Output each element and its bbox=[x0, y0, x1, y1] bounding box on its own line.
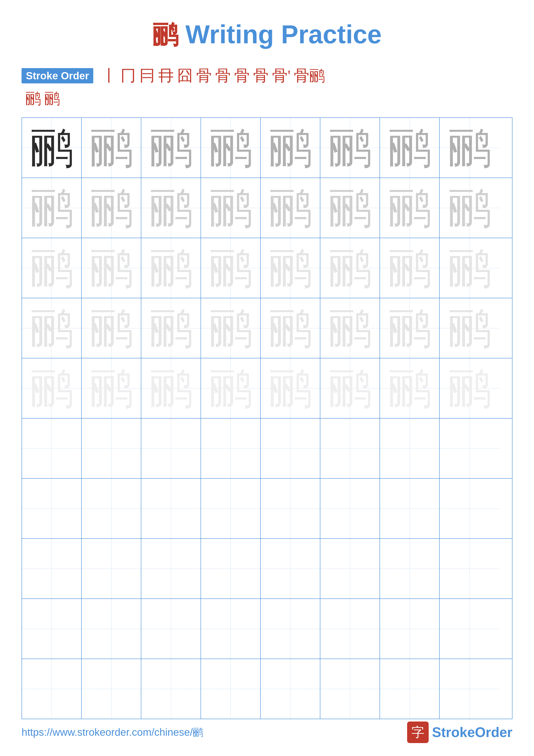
cell-10-8 bbox=[440, 659, 499, 719]
cell-7-2 bbox=[82, 479, 141, 538]
cell-8-1 bbox=[22, 539, 82, 599]
stroke-12: 鹂 bbox=[25, 88, 41, 109]
grid-row-5: 鹂 鹂 鹂 鹂 鹂 鹂 鹂 鹂 bbox=[22, 358, 512, 418]
cell-4-5: 鹂 bbox=[261, 298, 320, 358]
stroke-6: 骨 bbox=[196, 65, 212, 86]
stroke-7: 骨 bbox=[215, 65, 231, 86]
stroke-chars-row: 丨 冂 冃 冄 囧 骨 骨 骨 骨 骨' 骨鹂 bbox=[100, 65, 327, 86]
cell-9-5 bbox=[261, 599, 320, 659]
grid-row-10 bbox=[22, 659, 512, 719]
stroke-11: 骨鹂 bbox=[294, 65, 325, 86]
cell-3-8: 鹂 bbox=[440, 238, 499, 298]
cell-2-2: 鹂 bbox=[82, 178, 141, 238]
stroke-order-section: Stroke Order 丨 冂 冃 冄 囧 骨 骨 骨 骨 骨' 骨鹂 鹂 鹂 bbox=[0, 65, 534, 109]
stroke-order-badge: Stroke Order bbox=[21, 68, 93, 83]
cell-6-7 bbox=[380, 418, 440, 478]
title-char: 鹂 bbox=[152, 20, 178, 49]
cell-2-3: 鹂 bbox=[141, 178, 201, 238]
cell-4-3: 鹂 bbox=[141, 298, 201, 358]
grid-row-7 bbox=[22, 479, 512, 539]
grid-row-4: 鹂 鹂 鹂 鹂 鹂 鹂 鹂 鹂 bbox=[22, 298, 512, 358]
cell-3-1: 鹂 bbox=[22, 238, 82, 298]
cell-2-8: 鹂 bbox=[440, 178, 499, 238]
cell-10-6 bbox=[320, 659, 380, 719]
cell-9-4 bbox=[201, 599, 261, 659]
cell-10-1 bbox=[22, 659, 82, 719]
cell-5-3: 鹂 bbox=[141, 358, 201, 418]
cell-5-1: 鹂 bbox=[22, 358, 82, 418]
cell-10-5 bbox=[261, 659, 320, 719]
cell-1-6: 鹂 bbox=[320, 118, 380, 177]
cell-5-6: 鹂 bbox=[320, 358, 380, 418]
cell-7-7 bbox=[380, 479, 440, 538]
title-section: 鹂 Writing Practice bbox=[0, 0, 534, 65]
stroke-13: 鹂 bbox=[44, 88, 60, 109]
cell-6-2 bbox=[82, 418, 141, 478]
grid-row-8 bbox=[22, 539, 512, 599]
cell-7-1 bbox=[22, 479, 82, 538]
stroke-5: 囧 bbox=[177, 65, 193, 86]
cell-7-6 bbox=[320, 479, 380, 538]
cell-7-3 bbox=[141, 479, 201, 538]
grid-row-2: 鹂 鹂 鹂 鹂 鹂 鹂 鹂 鹂 bbox=[22, 178, 512, 238]
cell-5-8: 鹂 bbox=[440, 358, 499, 418]
cell-8-2 bbox=[82, 539, 141, 599]
grid-row-1: 鹂 鹂 鹂 鹂 鹂 鹂 鹂 鹂 bbox=[22, 118, 512, 178]
cell-1-5: 鹂 bbox=[261, 118, 320, 177]
stroke-1: 丨 bbox=[101, 65, 117, 86]
cell-9-1 bbox=[22, 599, 82, 659]
cell-1-7: 鹂 bbox=[380, 118, 440, 177]
logo-text: StrokeOrder bbox=[432, 724, 513, 740]
cell-4-4: 鹂 bbox=[201, 298, 261, 358]
cell-3-7: 鹂 bbox=[380, 238, 440, 298]
footer-url: https://www.strokeorder.com/chinese/鹂 bbox=[21, 725, 203, 739]
stroke-order-row: Stroke Order 丨 冂 冃 冄 囧 骨 骨 骨 骨 骨' 骨鹂 bbox=[21, 65, 513, 86]
cell-1-3: 鹂 bbox=[141, 118, 201, 177]
stroke-10: 骨' bbox=[272, 65, 291, 86]
cell-1-2: 鹂 bbox=[82, 118, 141, 177]
cell-3-5: 鹂 bbox=[261, 238, 320, 298]
cell-1-4: 鹂 bbox=[201, 118, 261, 177]
cell-6-8 bbox=[440, 418, 499, 478]
cell-10-7 bbox=[380, 659, 440, 719]
logo-icon: 字 bbox=[407, 721, 429, 743]
cell-6-5 bbox=[261, 418, 320, 478]
cell-6-4 bbox=[201, 418, 261, 478]
footer: https://www.strokeorder.com/chinese/鹂 字 … bbox=[0, 721, 534, 743]
cell-9-2 bbox=[82, 599, 141, 659]
cell-2-6: 鹂 bbox=[320, 178, 380, 238]
cell-8-3 bbox=[141, 539, 201, 599]
cell-7-5 bbox=[261, 479, 320, 538]
cell-10-4 bbox=[201, 659, 261, 719]
cell-5-4: 鹂 bbox=[201, 358, 261, 418]
cell-6-1 bbox=[22, 418, 82, 478]
stroke-2: 冂 bbox=[120, 65, 136, 86]
cell-2-5: 鹂 bbox=[261, 178, 320, 238]
cell-1-8: 鹂 bbox=[440, 118, 499, 177]
cell-5-5: 鹂 bbox=[261, 358, 320, 418]
cell-4-8: 鹂 bbox=[440, 298, 499, 358]
cell-10-3 bbox=[141, 659, 201, 719]
cell-2-7: 鹂 bbox=[380, 178, 440, 238]
stroke-9: 骨 bbox=[253, 65, 268, 86]
cell-9-8 bbox=[440, 599, 499, 659]
cell-9-7 bbox=[380, 599, 440, 659]
cell-10-2 bbox=[82, 659, 141, 719]
cell-8-6 bbox=[320, 539, 380, 599]
cell-5-7: 鹂 bbox=[380, 358, 440, 418]
cell-7-4 bbox=[201, 479, 261, 538]
cell-4-1: 鹂 bbox=[22, 298, 82, 358]
cell-3-6: 鹂 bbox=[320, 238, 380, 298]
grid-row-6 bbox=[22, 418, 512, 479]
cell-5-2: 鹂 bbox=[82, 358, 141, 418]
cell-9-3 bbox=[141, 599, 201, 659]
stroke-order-line2: 鹂 鹂 bbox=[21, 88, 513, 109]
cell-9-6 bbox=[320, 599, 380, 659]
practice-grid: 鹂 鹂 鹂 鹂 鹂 鹂 鹂 鹂 鹂 鹂 鹂 鹂 鹂 鹂 鹂 鹂 鹂 鹂 鹂 鹂 … bbox=[21, 118, 513, 719]
cell-2-4: 鹂 bbox=[201, 178, 261, 238]
cell-2-1: 鹂 bbox=[22, 178, 82, 238]
cell-3-3: 鹂 bbox=[141, 238, 201, 298]
cell-8-4 bbox=[201, 539, 261, 599]
cell-4-6: 鹂 bbox=[320, 298, 380, 358]
cell-8-5 bbox=[261, 539, 320, 599]
